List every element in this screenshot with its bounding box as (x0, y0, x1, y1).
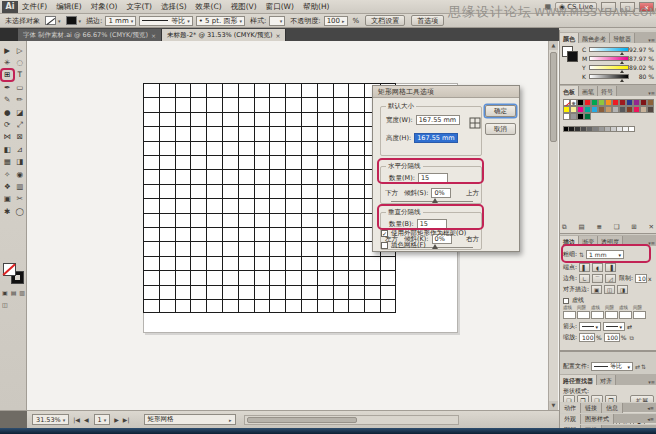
rectangular-grid-tool[interactable]: ⊞ (1, 69, 14, 81)
color-swatch[interactable] (591, 106, 598, 113)
prev-artboard-button[interactable]: ◀ (84, 416, 89, 423)
slice-tool[interactable]: ✂ (14, 193, 27, 205)
dash-gap-input[interactable] (577, 311, 590, 319)
color-swatch[interactable] (598, 106, 605, 113)
dialog-title[interactable]: 矩形网格工具选项 (373, 86, 519, 98)
collapsed-panel-tab[interactable]: 外观 (560, 414, 581, 424)
paintbrush-tool[interactable]: ✎ (1, 94, 14, 106)
selection-tool[interactable]: ▶ (1, 44, 14, 56)
channel-value[interactable]: 87.97 (629, 55, 646, 62)
vertical-scrollbar[interactable]: ▲ ▼ (548, 41, 558, 410)
cslive-button[interactable]: ◉ CS Live (555, 2, 597, 12)
dash-gap-input[interactable] (563, 311, 576, 319)
channel-slider[interactable] (589, 65, 629, 70)
color-swatch[interactable] (633, 106, 640, 113)
rotate-tool[interactable]: ⟳ (1, 118, 14, 130)
align-outside-icon[interactable]: ◨ (617, 285, 628, 294)
miter-join-icon[interactable]: ∟ (579, 274, 590, 283)
document-tab[interactable]: 未标题-2* @ 31.53% (CMYK/预览)× (162, 29, 286, 41)
stroke-weight-select[interactable]: 1 mm▾ (105, 16, 136, 26)
screen-mode-button[interactable]: ◫ (2, 301, 25, 308)
width-tool[interactable]: ⋈ (1, 131, 14, 143)
swatch-kinds-icon[interactable]: ▤ (578, 223, 584, 231)
color-swatch[interactable] (605, 99, 612, 106)
stroke-panel-tab[interactable]: 透明度 (598, 236, 623, 246)
stepper-icon[interactable]: ⇅ (579, 251, 584, 258)
collapsed-panel-tab[interactable]: 链接 (581, 403, 602, 413)
width-input[interactable]: 167.55 mm (416, 115, 460, 125)
link-scale-icon[interactable]: ⧉ (629, 334, 633, 342)
menu-item[interactable]: 编辑(E) (56, 2, 82, 12)
height-input[interactable]: 167.55 mm (414, 133, 458, 143)
profile-select[interactable]: 等比▾ (591, 362, 633, 371)
width-profile-select[interactable]: 等比▾ (139, 16, 193, 26)
pen-tool[interactable]: ✒ (1, 81, 14, 93)
flip-along-icon[interactable]: ⇄ (635, 363, 640, 370)
v-count-input[interactable]: 15 (417, 219, 447, 229)
round-join-icon[interactable]: ⌒ (592, 274, 603, 283)
lasso-tool[interactable]: ◌ (14, 56, 27, 68)
reference-point-locator-icon[interactable] (469, 117, 481, 129)
blend-tool[interactable]: ◉ (14, 168, 27, 180)
pathfinder-panel-tab[interactable]: 对齐 (597, 375, 616, 385)
close-tab-icon[interactable]: × (275, 32, 280, 39)
projecting-cap-icon[interactable]: ▐ (605, 263, 616, 272)
channel-slider[interactable] (589, 74, 629, 79)
menu-item[interactable]: 文字(T) (127, 2, 152, 12)
stroke-color-dropdown[interactable] (45, 16, 56, 25)
color-panel-tab[interactable]: 颜色 (560, 33, 579, 43)
free-transform-tool[interactable]: ⊠ (14, 131, 27, 143)
rectangle-tool[interactable]: ▭ (14, 81, 27, 93)
color-swatch[interactable] (570, 106, 577, 113)
dashed-line-checkbox[interactable] (563, 298, 569, 304)
perspective-grid-tool[interactable]: ⊿ (14, 143, 27, 155)
color-swatch[interactable] (612, 106, 619, 113)
color-swatch[interactable] (640, 99, 647, 106)
flip-across-icon[interactable]: ⇅ (641, 363, 646, 370)
zoom-tool[interactable]: ◯ (14, 205, 27, 217)
expand-panel-icon[interactable]: ◂≡ (647, 416, 656, 422)
drawing-mode-icon[interactable]: ▣ (2, 289, 8, 296)
collapsed-panel-tab[interactable]: 信息 (602, 403, 623, 413)
brush-definition-select[interactable]: • 5 pt. 圆形▾ (196, 16, 245, 26)
horizontal-scroll-thumb[interactable] (247, 417, 357, 423)
channel-value[interactable]: 89.02 (629, 64, 646, 71)
new-color-group-icon[interactable]: ❑ (614, 223, 620, 231)
color-swatch[interactable] (647, 99, 654, 106)
expand-panel-icon[interactable]: ◂≡ (647, 405, 656, 411)
ok-button[interactable]: 确定 (485, 105, 516, 117)
arrow-scale-start-input[interactable]: 100 (579, 333, 595, 342)
channel-value[interactable]: 80 (639, 73, 647, 80)
miter-limit-input[interactable]: 10 (635, 274, 647, 283)
menu-item[interactable]: 帮助(H) (303, 2, 330, 12)
document-tab[interactable]: 字体 制作素材.ai @ 66.67% (CMYK/预览)× (18, 29, 162, 41)
h-skew-slider[interactable] (391, 201, 473, 202)
color-swatch[interactable] (563, 113, 570, 120)
artboard-number-select[interactable]: 1▾ (94, 414, 111, 425)
channel-slider-thumb[interactable] (620, 79, 624, 82)
color-swatch[interactable] (563, 106, 570, 113)
blob-brush-tool[interactable]: ● (1, 106, 14, 118)
menu-item[interactable]: 效果(C) (196, 2, 222, 12)
color-swatch[interactable] (640, 106, 647, 113)
dash-gap-input[interactable] (605, 311, 618, 319)
swatches-panel-tab[interactable]: 色板 (560, 86, 579, 96)
align-center-icon[interactable]: ▣ (591, 285, 602, 294)
stroke-weight-input[interactable]: 1 mm▾ (586, 250, 624, 259)
opacity-input[interactable]: 100▸ (324, 16, 348, 26)
document-setup-button[interactable]: 文档设置 (365, 15, 405, 26)
color-swatch[interactable] (584, 99, 591, 106)
arrowhead-end-select[interactable]: ▾ (603, 322, 625, 331)
mesh-tool[interactable]: ▦ (1, 156, 14, 168)
pathfinder-panel-tab[interactable]: 路径查找器 (560, 375, 597, 385)
color-swatch[interactable] (633, 99, 640, 106)
color-swatch[interactable] (626, 99, 633, 106)
color-swatch[interactable] (584, 106, 591, 113)
last-artboard-button[interactable]: ▶| (123, 416, 130, 423)
color-panel-tab[interactable]: 导航器 (610, 33, 635, 43)
close-button[interactable]: ✕ (639, 2, 654, 12)
preferences-button[interactable]: 首选项 (411, 15, 444, 26)
color-swatch[interactable] (577, 106, 584, 113)
menu-item[interactable]: 视图(V) (231, 2, 257, 12)
use-outer-rect-checkbox[interactable]: ✓ (381, 230, 388, 237)
